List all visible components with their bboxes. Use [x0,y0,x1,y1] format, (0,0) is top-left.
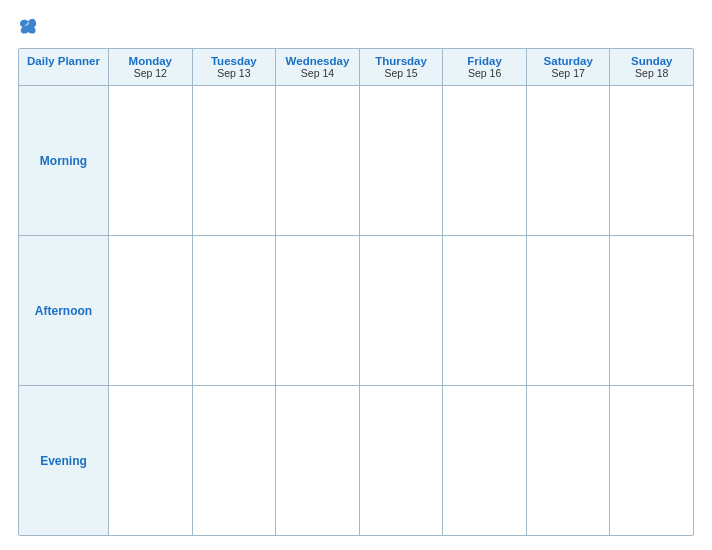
cell-evening-wednesday[interactable] [276,386,360,535]
col-header-monday: MondaySep 12 [109,49,193,85]
time-row-morning: Morning [19,86,693,236]
cell-evening-saturday[interactable] [527,386,611,535]
col-header-date: Sep 15 [362,67,441,79]
col-header-label: Tuesday [195,55,274,67]
cell-morning-monday[interactable] [109,86,193,235]
col-header-tuesday: TuesdaySep 13 [193,49,277,85]
col-header-date: Sep 16 [445,67,524,79]
cell-afternoon-tuesday[interactable] [193,236,277,385]
time-label-afternoon: Afternoon [35,304,92,318]
col-header-label: Saturday [529,55,608,67]
col-header-wednesday: WednesdaySep 14 [276,49,360,85]
time-label-cell-afternoon: Afternoon [19,236,109,385]
cell-afternoon-sunday[interactable] [610,236,693,385]
time-label-evening: Evening [40,454,87,468]
col-header-label: Monday [111,55,190,67]
time-label-cell-evening: Evening [19,386,109,535]
time-row-evening: Evening [19,386,693,535]
cell-morning-friday[interactable] [443,86,527,235]
col-header-label: Daily Planner [21,55,106,67]
time-row-afternoon: Afternoon [19,236,693,386]
col-header-daily-planner: Daily Planner [19,49,109,85]
col-header-thursday: ThursdaySep 15 [360,49,444,85]
calendar-body: MorningAfternoonEvening [19,86,693,535]
cell-evening-friday[interactable] [443,386,527,535]
col-header-date: Sep 13 [195,67,274,79]
col-header-date: Sep 18 [612,67,691,79]
col-header-friday: FridaySep 16 [443,49,527,85]
col-header-date: Sep 12 [111,67,190,79]
logo [18,18,44,36]
col-header-label: Thursday [362,55,441,67]
cell-afternoon-wednesday[interactable] [276,236,360,385]
cell-afternoon-friday[interactable] [443,236,527,385]
cell-evening-monday[interactable] [109,386,193,535]
cell-morning-wednesday[interactable] [276,86,360,235]
cell-morning-tuesday[interactable] [193,86,277,235]
header [18,18,694,36]
cell-afternoon-saturday[interactable] [527,236,611,385]
col-header-date: Sep 14 [278,67,357,79]
cell-evening-thursday[interactable] [360,386,444,535]
cell-morning-sunday[interactable] [610,86,693,235]
cell-afternoon-thursday[interactable] [360,236,444,385]
col-header-label: Wednesday [278,55,357,67]
cell-evening-sunday[interactable] [610,386,693,535]
time-label-morning: Morning [40,154,87,168]
time-label-cell-morning: Morning [19,86,109,235]
page: Daily PlannerMondaySep 12TuesdaySep 13We… [0,0,712,550]
col-header-label: Sunday [612,55,691,67]
col-header-label: Friday [445,55,524,67]
cell-morning-saturday[interactable] [527,86,611,235]
cell-morning-thursday[interactable] [360,86,444,235]
calendar: Daily PlannerMondaySep 12TuesdaySep 13We… [18,48,694,536]
column-headers: Daily PlannerMondaySep 12TuesdaySep 13We… [19,49,693,86]
cell-evening-tuesday[interactable] [193,386,277,535]
col-header-sunday: SundaySep 18 [610,49,693,85]
col-header-saturday: SaturdaySep 17 [527,49,611,85]
col-header-date: Sep 17 [529,67,608,79]
cell-afternoon-monday[interactable] [109,236,193,385]
logo-bird-icon [18,18,40,36]
